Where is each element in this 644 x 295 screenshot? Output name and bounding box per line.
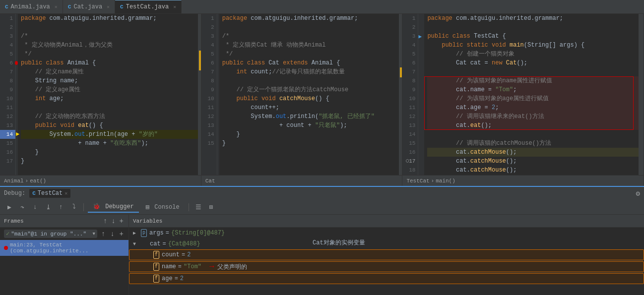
tab-animal-close[interactable]: ✕ — [55, 4, 58, 10]
frames-header-btns: ↑ ↓ + — [102, 217, 125, 225]
java-icon-testcat: C — [120, 4, 124, 10]
debug-session-close[interactable]: ✕ — [64, 190, 67, 196]
debug-testcat-icon: C — [32, 190, 36, 196]
var-age-type: f — [153, 275, 159, 283]
animal-breadcrumb: Animal › eat() — [0, 175, 201, 186]
java-icon: C — [5, 4, 8, 10]
animal-editor: 12345 678910 111213 14 151617 ► — [0, 14, 201, 186]
testcat-code: package com.atguigu.inherited.grammar; p… — [424, 14, 639, 175]
frame-check-icon: ✓ — [6, 230, 9, 237]
debugger-tab-icon: 🐞 — [93, 203, 100, 210]
tab-testcat-label: TestCat.java — [126, 3, 169, 10]
debug-bar: Debug: C TestCat ✕ ⚙ — [0, 186, 644, 200]
settings-icon[interactable]: ⚙ — [636, 189, 640, 198]
frame-location: main:23, TestCat (com.atguigu.inherite..… — [10, 242, 125, 254]
debug-toolbar: ▶ ↷ ↓ ⤓ ↑ ⤵ 🐞 Debugger ▤ Console ☰ ⊞ — [0, 200, 644, 215]
var-age-name: age — [162, 275, 173, 282]
frame-up-btn[interactable]: ↑ — [100, 230, 106, 238]
editors-row: 12345 678910 111213 14 151617 ► — [0, 14, 644, 186]
console-tab[interactable]: ▤ Console — [141, 202, 185, 212]
step-into-my-code-btn[interactable]: ⤓ — [43, 202, 54, 213]
cat-code: package com.atguigu.inherited.grammar; /… — [219, 14, 399, 175]
sep2 — [189, 203, 189, 211]
frame-red-icon — [4, 246, 8, 250]
frame-main-selector[interactable]: ✓ "main"@1 in group "..." ▼ ↑ ↓ + — [0, 228, 129, 240]
debugger-tab-label: Debugger — [105, 203, 134, 210]
tab-cat[interactable]: C Cat.java ✕ — [63, 0, 115, 13]
debug-label: Debug: — [4, 190, 25, 197]
var-count-val: 2 — [187, 251, 191, 258]
tab-testcat-close[interactable]: ✕ — [173, 4, 176, 10]
step-out-btn[interactable]: ↑ — [56, 202, 66, 213]
tab-testcat[interactable]: C TestCat.java ✕ — [115, 0, 182, 13]
var-cat-row: ▼ cat = {Cat@488} — [129, 238, 644, 249]
testcat-line-numbers: 12345 678910 1112131415 16 ◯17 1819 — [402, 14, 418, 175]
cat-breadcrumb: Cat — [201, 175, 402, 186]
frame-item-main[interactable]: main:23, TestCat (com.atguigu.inherite..… — [0, 240, 129, 256]
debug-section: Debug: C TestCat ✕ ⚙ ▶ ↷ ↓ ⤓ ↑ ⤵ 🐞 Debug… — [0, 186, 644, 295]
var-args-type: p — [141, 229, 147, 237]
step-over-btn[interactable]: ↷ — [17, 202, 28, 213]
frame-dropdown-icon[interactable]: ▼ — [92, 232, 95, 236]
breadcrumb-cat: Cat — [205, 178, 215, 184]
var-cat-expand[interactable]: ▼ — [133, 241, 141, 247]
var-args-expand[interactable]: ▶ — [133, 230, 141, 236]
restore-layout-btn[interactable]: ⊞ — [206, 202, 217, 213]
frames-down-btn[interactable]: ↓ — [110, 217, 116, 225]
var-name-field: name — [162, 263, 176, 270]
console-tab-icon: ▤ — [146, 204, 149, 211]
debugger-tab[interactable]: 🐞 Debugger — [88, 201, 139, 213]
var-count-name: count — [162, 251, 180, 258]
frame-plus-btn[interactable]: + — [119, 230, 125, 238]
breadcrumb-animal: Animal — [4, 178, 24, 184]
tab-cat-close[interactable]: ✕ — [107, 4, 110, 10]
tab-animal-label: Animal.java — [11, 3, 50, 10]
breadcrumb-main: main() — [436, 178, 455, 184]
debug-panels: Frames ↑ ↓ + ✓ "main"@1 in group "..." — [0, 215, 644, 295]
tab-cat-label: Cat.java — [73, 3, 102, 10]
parent-declared-annotation: 父类声明的 — [217, 263, 247, 271]
breadcrumb-testcat: TestCat — [406, 178, 429, 184]
sep1 — [83, 203, 84, 211]
arrow-icon: → — [209, 262, 214, 271]
tab-animal[interactable]: C Animal.java ✕ — [0, 0, 63, 13]
breadcrumb-eat: eat() — [30, 178, 46, 184]
variables-content: ▶ p args = {String[0]@487} ▼ cat = {Cat@… — [129, 228, 644, 295]
animal-line-numbers: 12345 678910 111213 14 151617 — [0, 14, 16, 175]
testcat-editor: 12345 678910 1112131415 16 ◯17 1819 ▶ — [402, 14, 644, 186]
cat-line-numbers: 12345 678910 1112131415 — [201, 14, 217, 175]
frames-title: Frames — [4, 218, 24, 224]
var-name-row: f name = "Tom" → 父类声明的 — [129, 261, 644, 272]
var-cat-name: cat — [150, 240, 161, 247]
var-count-type: f — [153, 251, 159, 259]
console-tab-label: Console — [154, 204, 179, 211]
step-into-btn[interactable]: ↓ — [30, 202, 41, 213]
animal-content: 12345 678910 111213 14 151617 ► — [0, 14, 201, 175]
resume-btn[interactable]: ▶ — [4, 202, 15, 213]
cat-content: 12345 678910 1112131415 package com.atgu… — [201, 14, 402, 175]
tab-bar: C Animal.java ✕ C Cat.java ✕ C TestCat.j… — [0, 0, 644, 14]
run-to-cursor-btn[interactable]: ⤵ — [68, 202, 79, 213]
var-count-row: f count = 2 — [129, 249, 644, 260]
frames-content: ✓ "main"@1 in group "..." ▼ ↑ ↓ + main:2… — [0, 228, 129, 295]
cat-instance-annotation: Cat对象的实例变量 — [313, 238, 365, 247]
var-age-val: 2 — [180, 275, 184, 282]
var-name-type: f — [153, 263, 159, 271]
var-args-row: ▶ p args = {String[0]@487} — [129, 228, 644, 238]
animal-code: package com.atguigu.inherited.grammar; /… — [18, 14, 198, 175]
var-cat-val: {Cat@488} — [168, 240, 200, 247]
frames-add-btn[interactable]: + — [119, 217, 125, 225]
var-args-name: args — [149, 230, 164, 236]
var-args-val: {String[0]@487} — [171, 230, 225, 236]
cat-editor: 12345 678910 1112131415 package com.atgu… — [201, 14, 403, 186]
frames-panel: Frames ↑ ↓ + ✓ "main"@1 in group "..." — [0, 215, 129, 295]
testcat-breadcrumb: TestCat › main() — [402, 175, 644, 186]
java-icon-cat: C — [68, 4, 71, 10]
frames-header: Frames ↑ ↓ + — [0, 215, 129, 228]
frames-btn[interactable]: ☰ — [193, 202, 204, 213]
frame-name: "main"@1 in group "..." — [11, 231, 91, 237]
var-name-val: "Tom" — [184, 263, 201, 270]
frames-sort-btn[interactable]: ↑ — [102, 217, 108, 225]
frame-down-btn[interactable]: ↓ — [109, 230, 115, 238]
variables-title: Variables — [133, 218, 162, 224]
